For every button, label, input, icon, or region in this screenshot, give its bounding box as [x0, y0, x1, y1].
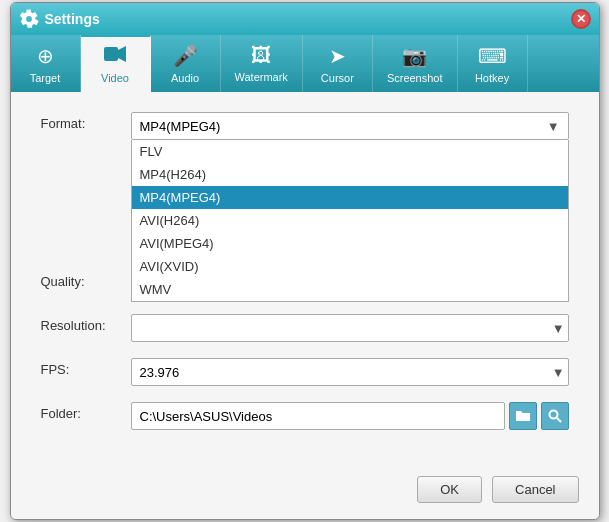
format-option-avimpeg4[interactable]: AVI(MPEG4) [132, 232, 568, 255]
resolution-dropdown-wrapper: ▼ [131, 314, 569, 342]
svg-marker-1 [118, 46, 126, 62]
cursor-icon: ➤ [329, 44, 346, 68]
tab-target[interactable]: ⊕ Target [11, 35, 81, 92]
close-button[interactable]: ✕ [571, 9, 591, 29]
tab-audio[interactable]: 🎤 Audio [151, 35, 221, 92]
hotkey-icon: ⌨ [478, 44, 507, 68]
format-option-avixvid[interactable]: AVI(XVID) [132, 255, 568, 278]
tab-screenshot[interactable]: 📷 Screenshot [373, 35, 458, 92]
resolution-label: Resolution: [41, 314, 131, 333]
svg-point-2 [549, 411, 557, 419]
folder-row: Folder: [41, 402, 569, 430]
ok-button[interactable]: OK [417, 476, 482, 503]
gear-icon [19, 9, 39, 29]
format-option-avih264[interactable]: AVI(H264) [132, 209, 568, 232]
video-icon [104, 45, 126, 68]
folder-search-button[interactable] [541, 402, 569, 430]
format-dropdown-arrow: ▼ [547, 119, 560, 134]
fps-select[interactable]: 23.976 [131, 358, 569, 386]
cancel-button[interactable]: Cancel [492, 476, 578, 503]
folder-browse-button[interactable] [509, 402, 537, 430]
format-row: Format: MP4(MPEG4) ▼ FLV MP4(H264) MP4(M… [41, 112, 569, 140]
tab-cursor-label: Cursor [321, 72, 354, 84]
search-icon [548, 409, 562, 423]
format-selected-value: MP4(MPEG4) [140, 119, 221, 134]
format-dropdown-header[interactable]: MP4(MPEG4) ▼ [131, 112, 569, 140]
target-icon: ⊕ [37, 44, 54, 68]
screenshot-icon: 📷 [402, 44, 427, 68]
format-option-mp4mpeg4[interactable]: MP4(MPEG4) [132, 186, 568, 209]
fps-row: FPS: 23.976 ▼ [41, 358, 569, 386]
tab-hotkey-label: Hotkey [475, 72, 509, 84]
svg-rect-0 [104, 47, 118, 61]
format-option-mp4h264[interactable]: MP4(H264) [132, 163, 568, 186]
title-bar: Settings ✕ [11, 3, 599, 35]
folder-input[interactable] [131, 402, 505, 430]
resolution-row: Resolution: ▼ [41, 314, 569, 342]
tab-video-label: Video [101, 72, 129, 84]
format-option-flv[interactable]: FLV [132, 140, 568, 163]
fps-label: FPS: [41, 358, 131, 377]
tab-video[interactable]: Video [81, 35, 151, 92]
settings-dialog: Settings ✕ ⊕ Target Video 🎤 Audio 🖼 Wate… [10, 2, 600, 520]
quality-label: Quality: [41, 270, 131, 289]
folder-icon [515, 409, 531, 423]
tab-cursor[interactable]: ➤ Cursor [303, 35, 373, 92]
svg-line-3 [557, 418, 561, 422]
fps-dropdown-wrapper: 23.976 ▼ [131, 358, 569, 386]
format-dropdown-list: FLV MP4(H264) MP4(MPEG4) AVI(H264) AVI(M… [131, 140, 569, 302]
title-text: Settings [45, 11, 100, 27]
folder-label: Folder: [41, 402, 131, 421]
resolution-select[interactable] [131, 314, 569, 342]
folder-controls [131, 402, 569, 430]
tab-watermark[interactable]: 🖼 Watermark [221, 35, 303, 92]
tab-bar: ⊕ Target Video 🎤 Audio 🖼 Watermark ➤ Cur… [11, 35, 599, 92]
tab-watermark-label: Watermark [235, 71, 288, 83]
format-dropdown-container: MP4(MPEG4) ▼ FLV MP4(H264) MP4(MPEG4) AV… [131, 112, 569, 140]
format-option-wmv[interactable]: WMV [132, 278, 568, 301]
tab-hotkey[interactable]: ⌨ Hotkey [458, 35, 528, 92]
tab-screenshot-label: Screenshot [387, 72, 443, 84]
tab-target-label: Target [30, 72, 61, 84]
format-label: Format: [41, 112, 131, 131]
tab-audio-label: Audio [171, 72, 199, 84]
audio-icon: 🎤 [173, 44, 198, 68]
content-area: Format: MP4(MPEG4) ▼ FLV MP4(H264) MP4(M… [11, 92, 599, 466]
watermark-icon: 🖼 [251, 44, 271, 67]
footer: OK Cancel [11, 466, 599, 519]
